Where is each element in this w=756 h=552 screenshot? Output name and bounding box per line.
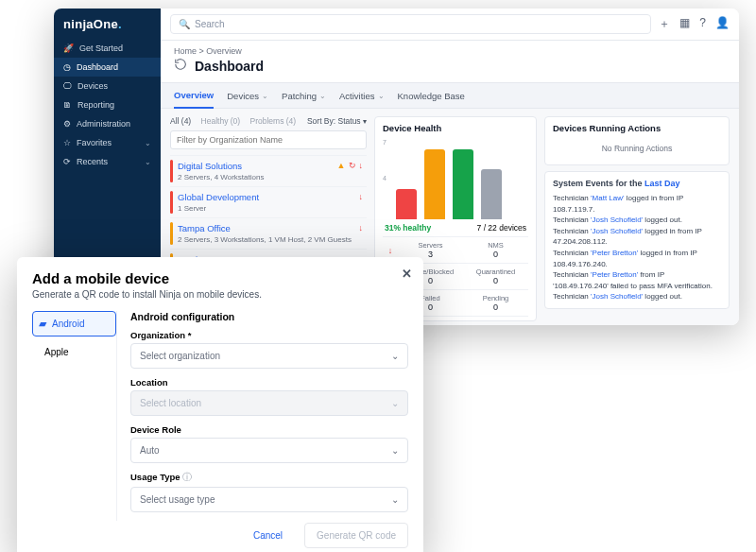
config-heading: Android configuration	[130, 311, 408, 322]
gear-icon: ⚙	[63, 119, 71, 129]
gauge-icon: ◷	[63, 62, 71, 72]
sidebar-item-administration[interactable]: ⚙Administration	[54, 114, 161, 133]
page-title: Dashboard	[195, 59, 264, 74]
event-user-link[interactable]: 'Peter Bretton'	[591, 249, 638, 257]
tab-patching[interactable]: Patching⌄	[282, 83, 326, 108]
chart-bar	[481, 169, 502, 219]
os-tab-apple[interactable]: Apple	[32, 340, 116, 364]
search-icon: 🔍	[179, 19, 190, 29]
chevron-down-icon: ⌄	[391, 494, 399, 505]
role-select[interactable]: Auto⌄	[130, 438, 408, 463]
chart-bar	[396, 189, 417, 219]
org-row[interactable]: Global Development1 Server↓	[170, 186, 367, 217]
sidebar-item-devices[interactable]: 🖵Devices	[54, 77, 161, 95]
modal-title: Add a mobile device	[32, 270, 408, 286]
filter-healthy[interactable]: Healthy (0)	[201, 116, 241, 126]
nav-primary: 🚀Get Started◷Dashboard🖵Devices🗎Reporting	[54, 39, 161, 114]
org-select[interactable]: Select organization⌄	[130, 343, 408, 369]
event-user-link[interactable]: 'Josh Schofield'	[591, 216, 643, 224]
monitor-icon: 🖵	[63, 81, 72, 91]
chevron-down-icon: ⌄	[262, 92, 268, 100]
event-line: Technician 'Peter Bretton' from IP '108.…	[553, 269, 721, 291]
refresh-icon[interactable]	[174, 58, 187, 75]
sidebar-item-favorites[interactable]: ☆Favorites⌄	[54, 133, 161, 152]
brand-logo: ninjaOne.	[54, 9, 161, 39]
tab-knowledge-base[interactable]: Knowledge Base	[398, 83, 465, 108]
breadcrumb: Home > Overview	[161, 41, 739, 58]
user-icon[interactable]: 👤	[715, 16, 730, 32]
healthy-label: 31% healthy	[385, 223, 431, 233]
star-icon: ☆	[63, 138, 71, 147]
generate-qr-button: Generate QR code	[304, 523, 408, 548]
tab-activities[interactable]: Activities⌄	[339, 83, 384, 108]
close-icon[interactable]: ✕	[402, 267, 412, 281]
down-icon: ↓	[383, 246, 398, 255]
topbar: 🔍 Search ＋ ▦ ? 👤	[161, 9, 739, 41]
chart-bar	[453, 149, 473, 219]
topbar-actions: ＋ ▦ ? 👤	[659, 16, 730, 32]
rocket-icon: 🚀	[63, 43, 74, 53]
org-row[interactable]: Digital Solutions2 Servers, 4 Workstatio…	[170, 155, 367, 186]
running-actions-panel: Devices Running Actions No Running Actio…	[544, 116, 730, 165]
chevron-down-icon: ⌄	[391, 445, 399, 456]
android-icon: ▰	[39, 318, 46, 330]
down-icon: ↓	[359, 223, 364, 233]
filter-problems[interactable]: Problems (4)	[250, 116, 297, 126]
chevron-down-icon: ⌄	[391, 398, 399, 408]
tab-overview[interactable]: Overview	[174, 83, 214, 109]
panel-title: Device Health	[383, 123, 528, 133]
sort-control[interactable]: Sort By: Status ▾	[307, 116, 367, 126]
report-icon: 🗎	[63, 100, 72, 110]
org-name: Tampa Office	[178, 223, 352, 233]
location-select: Select location⌄	[130, 390, 408, 416]
down-icon: ↓	[359, 161, 364, 170]
tab-devices[interactable]: Devices⌄	[227, 83, 268, 108]
apps-icon[interactable]: ▦	[679, 16, 690, 32]
filter-all[interactable]: All (4)	[170, 116, 191, 126]
search-input[interactable]: 🔍 Search	[170, 14, 651, 34]
empty-state: No Running Actions	[553, 138, 721, 159]
label-org: Organization *	[130, 330, 408, 340]
label-location: Location	[130, 377, 408, 388]
panel-title: Devices Running Actions	[553, 123, 721, 133]
event-line: Technician 'Josh Schofield' logged out.	[553, 215, 721, 226]
chevron-down-icon: ⌄	[378, 92, 385, 100]
config-form: Android configuration Organization * Sel…	[130, 311, 408, 521]
usage-select[interactable]: Select usage type⌄	[130, 487, 408, 512]
chevron-down-icon: ⌄	[319, 92, 326, 100]
event-user-link[interactable]: 'Matt Law'	[591, 194, 625, 202]
org-meta: 1 Server	[178, 204, 259, 213]
stat-cell: NMS0	[463, 237, 528, 263]
event-line: Technician 'Josh Schofield' logged out.	[553, 291, 721, 302]
cancel-button[interactable]: Cancel	[241, 523, 295, 548]
refresh-icon: ↻	[349, 161, 356, 170]
sidebar-item-get-started[interactable]: 🚀Get Started	[54, 39, 161, 58]
device-health-chart: 7 4	[383, 139, 528, 219]
chart-bar	[424, 149, 445, 219]
info-icon[interactable]: ⓘ	[182, 472, 192, 482]
event-line: Technician 'Matt Law' logged in from IP …	[553, 193, 721, 215]
event-user-link[interactable]: 'Peter Bretton'	[591, 270, 638, 279]
org-row[interactable]: Tampa Office2 Servers, 3 Workstations, 1…	[170, 217, 367, 249]
chevron-down-icon: ⌄	[145, 158, 151, 166]
add-mobile-device-modal: ✕ Add a mobile device Generate a QR code…	[17, 257, 423, 552]
stat-cell: Quarantined0	[463, 264, 528, 289]
org-meta: 2 Servers, 3 Workstations, 1 VM Host, 2 …	[178, 235, 352, 244]
add-icon[interactable]: ＋	[659, 16, 670, 32]
warn-icon: ▲	[337, 161, 346, 170]
event-user-link[interactable]: 'Josh Schofield'	[591, 292, 643, 301]
stat-cell: Pending0	[463, 290, 528, 316]
os-tab-android[interactable]: ▰Android	[32, 311, 116, 336]
sidebar-item-reporting[interactable]: 🗎Reporting	[54, 95, 161, 114]
sidebar-item-recents[interactable]: ⟳Recents⌄	[54, 152, 161, 171]
modal-subtitle: Generate a QR code to install Ninja on m…	[32, 289, 408, 300]
chevron-down-icon: ⌄	[391, 351, 399, 361]
event-line: Technician 'Josh Schofield' logged in fr…	[553, 226, 721, 248]
label-role: Device Role	[130, 424, 408, 435]
nav-secondary: ⚙Administration☆Favorites⌄⟳Recents⌄	[54, 114, 161, 171]
event-user-link[interactable]: 'Josh Schofield'	[591, 227, 643, 235]
org-filter-input[interactable]	[170, 130, 367, 149]
help-icon[interactable]: ?	[699, 16, 706, 32]
events-range-link[interactable]: Last Day	[644, 179, 680, 188]
sidebar-item-dashboard[interactable]: ◷Dashboard	[54, 58, 161, 77]
